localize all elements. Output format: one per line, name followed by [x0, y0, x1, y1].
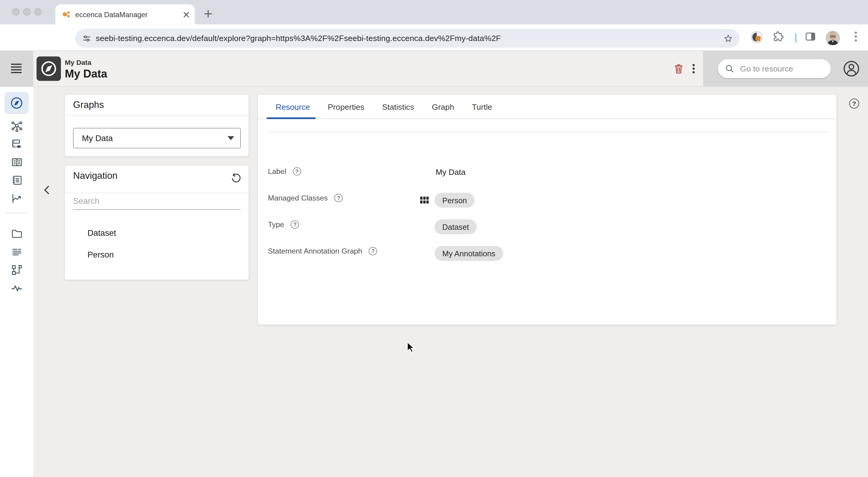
sidebar-item-pulse[interactable]: [4, 277, 29, 299]
section-divider: [267, 132, 829, 132]
chart-line-icon: [10, 192, 23, 204]
hamburger-menu-icon[interactable]: [11, 64, 22, 73]
field-label-group: Type?: [268, 220, 299, 229]
new-tab-button[interactable]: [200, 6, 216, 22]
breadcrumb: My Data: [65, 59, 91, 67]
tab-statistics[interactable]: Statistics: [373, 94, 423, 119]
field-help-icon[interactable]: ?: [369, 247, 377, 256]
window-zoom-button[interactable]: [34, 8, 41, 16]
sidebar-item-chart-line[interactable]: [4, 187, 29, 209]
user-account-icon[interactable]: [843, 60, 861, 80]
field-label-group: Label?: [268, 167, 301, 176]
resource-tabs: ResourcePropertiesStatisticsGraphTurtle: [258, 95, 836, 119]
mouse-cursor: [407, 341, 415, 356]
resource-detail-card: ResourcePropertiesStatisticsGraphTurtle …: [257, 94, 837, 325]
chip-list: My Annotations: [435, 246, 503, 261]
notebook-icon: [10, 174, 23, 187]
content-area: Graphs My Data Navigation DatasetPerson: [0, 87, 868, 477]
pulse-icon: [10, 281, 23, 294]
navigation-panel: Navigation DatasetPerson: [64, 165, 249, 280]
window-minimize-button[interactable]: [23, 8, 30, 16]
browser-tab[interactable]: eccenca DataManager: [56, 4, 195, 24]
hub-icon: [10, 120, 23, 133]
field-label: Type: [268, 220, 284, 229]
field-row: Managed Classes? Person: [258, 191, 836, 218]
field-label: Statement Annotation Graph: [268, 247, 362, 256]
collapse-panel-chevron[interactable]: [42, 184, 51, 198]
tab-graph[interactable]: Graph: [423, 94, 463, 119]
tab-resource[interactable]: Resource: [267, 94, 319, 119]
field-label-group: Managed Classes?: [268, 194, 343, 202]
application-window: eccenca DataManager seebi-testing.eccenc…: [0, 0, 868, 477]
graph-select-dropdown[interactable]: My Data: [73, 128, 241, 148]
graphs-panel-title: Graphs: [73, 100, 104, 111]
field-row: Label?My Data: [258, 165, 836, 191]
compass-icon: [10, 96, 23, 110]
bookmark-star-icon[interactable]: [724, 33, 733, 43]
search-icon: [724, 64, 735, 73]
chip-list: Dataset: [435, 219, 477, 234]
graph-select-value: My Data: [82, 133, 227, 143]
workflow-icon: [10, 264, 23, 276]
page-title: My Data: [65, 67, 107, 80]
panel-divider: [65, 193, 249, 193]
extensions-puzzle-icon[interactable]: [772, 30, 784, 42]
browser-menu-kebab-icon[interactable]: [850, 30, 861, 42]
value-chip[interactable]: My Annotations: [435, 246, 503, 261]
go-to-resource-input[interactable]: [739, 64, 824, 73]
go-to-resource-search[interactable]: [718, 59, 831, 78]
extension-button[interactable]: [750, 30, 764, 44]
value-chip[interactable]: Person: [435, 193, 475, 208]
site-settings-icon[interactable]: [82, 33, 91, 43]
field-help-icon[interactable]: ?: [291, 220, 299, 229]
field-row: Statement Annotation Graph?My Annotation…: [258, 244, 836, 271]
browser-tab-title: eccenca DataManager: [75, 10, 183, 19]
field-label: Label: [268, 167, 286, 176]
value-chip[interactable]: Dataset: [435, 219, 477, 234]
eccenca-favicon-icon: [62, 10, 71, 19]
address-bar[interactable]: seebi-testing.eccenca.dev/default/explor…: [75, 29, 740, 48]
field-label: Managed Classes: [268, 194, 328, 202]
tab-turtle[interactable]: Turtle: [463, 94, 501, 119]
field-label-group: Statement Annotation Graph?: [268, 247, 377, 256]
tab-properties[interactable]: Properties: [319, 94, 373, 119]
chip-list: Person: [435, 193, 475, 208]
folder-icon: [10, 228, 23, 240]
refresh-navigation-icon[interactable]: [230, 173, 241, 186]
module-sidebar: [0, 87, 33, 477]
text-lines-icon: [10, 246, 23, 259]
sidebar-divider: [7, 212, 27, 213]
field-help-icon[interactable]: ?: [293, 167, 301, 176]
navigation-panel-title: Navigation: [73, 171, 118, 182]
field-value: My Data: [436, 168, 466, 177]
side-panel-icon[interactable]: [804, 30, 816, 42]
help-icon[interactable]: ?: [849, 98, 859, 109]
sidebar-item-compass[interactable]: [4, 92, 29, 114]
server-eye-icon: [10, 138, 23, 150]
active-tab-indicator: [267, 117, 315, 119]
browser-profile-avatar[interactable]: [826, 30, 841, 46]
url-text: seebi-testing.eccenca.dev/default/explor…: [96, 34, 501, 42]
toolbar-divider: [795, 33, 797, 42]
chevron-down-icon: [227, 136, 234, 140]
window-close-button[interactable]: [12, 8, 19, 16]
graphs-panel: Graphs My Data: [64, 94, 249, 157]
navigation-item-person[interactable]: Person: [87, 250, 114, 259]
tab-close-icon[interactable]: [183, 11, 189, 18]
header-more-kebab-icon[interactable]: [689, 63, 699, 77]
delete-graph-trash-icon[interactable]: [673, 63, 685, 77]
navigation-search-input[interactable]: [73, 196, 241, 210]
class-grid-icon[interactable]: [420, 196, 429, 207]
browser-tabstrip: eccenca DataManager: [0, 0, 868, 24]
field-row: Type?Dataset: [258, 218, 836, 244]
navigation-item-dataset[interactable]: Dataset: [87, 228, 116, 238]
book-open-icon: [10, 156, 23, 169]
field-help-icon[interactable]: ?: [334, 194, 343, 202]
app-logo-compass[interactable]: [36, 56, 61, 81]
panel-divider: [65, 115, 249, 116]
